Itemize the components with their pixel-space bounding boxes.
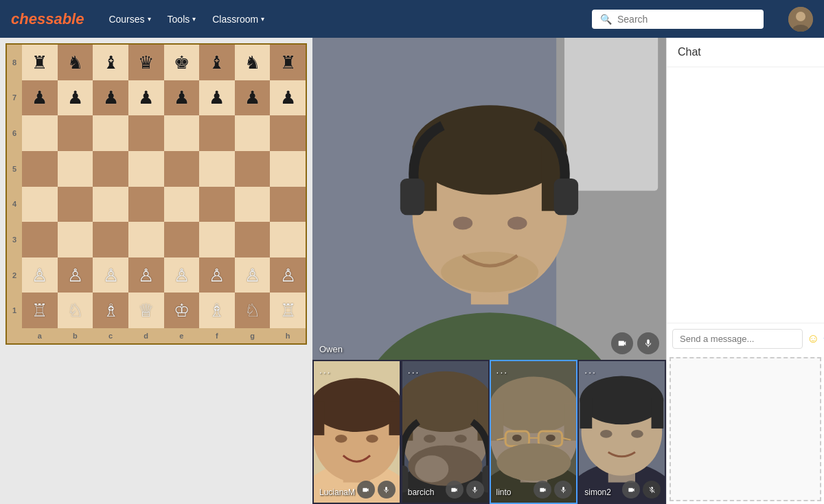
luciana-mic-btn[interactable] bbox=[378, 481, 396, 499]
chess-cell[interactable]: ♝ bbox=[199, 45, 235, 80]
chess-cell[interactable] bbox=[164, 187, 200, 222]
chess-cell[interactable] bbox=[270, 151, 306, 187]
chess-cell[interactable]: ♘ bbox=[58, 293, 93, 328]
video-main: Owen bbox=[312, 38, 666, 504]
chess-cell[interactable] bbox=[235, 115, 271, 151]
chess-cell[interactable] bbox=[58, 151, 93, 187]
chess-cell[interactable] bbox=[199, 187, 235, 222]
logo[interactable]: chessable bbox=[11, 10, 84, 28]
chess-cell[interactable] bbox=[93, 222, 128, 257]
chess-cell[interactable] bbox=[235, 222, 271, 257]
chess-cell[interactable] bbox=[199, 115, 235, 151]
chess-cell[interactable]: ♜ bbox=[270, 45, 306, 80]
chess-cell[interactable] bbox=[128, 151, 164, 187]
barcich-camera-btn[interactable] bbox=[446, 481, 464, 499]
chess-cell[interactable] bbox=[22, 222, 58, 257]
thumbnail-row: ··· LucianaM bbox=[312, 360, 666, 504]
chess-cell[interactable]: ♟ bbox=[235, 80, 271, 116]
chess-cell[interactable]: ♖ bbox=[270, 293, 306, 328]
thumb-linto[interactable]: ··· linto bbox=[490, 360, 578, 504]
chess-cell[interactable]: ♟ bbox=[128, 80, 164, 116]
thumb-barcich[interactable]: ··· barcich bbox=[401, 360, 490, 504]
chess-cell[interactable]: ♙ bbox=[128, 257, 164, 293]
chess-cell[interactable]: ♙ bbox=[93, 257, 128, 293]
chess-cell[interactable] bbox=[93, 115, 128, 151]
thumb-simon2[interactable]: ··· simon2 bbox=[577, 360, 666, 504]
chess-cell[interactable] bbox=[58, 222, 93, 257]
chess-cell[interactable]: ♟ bbox=[93, 80, 128, 116]
barcich-mic-btn[interactable] bbox=[466, 481, 484, 499]
chess-piece: ♖ bbox=[280, 301, 296, 319]
chess-cell[interactable]: ♕ bbox=[128, 293, 164, 328]
chess-cell[interactable] bbox=[22, 115, 58, 151]
chess-cell[interactable]: ♞ bbox=[58, 45, 93, 80]
chess-cell[interactable] bbox=[235, 187, 271, 222]
chess-cell[interactable]: ♜ bbox=[22, 45, 58, 80]
chess-cell[interactable]: ♙ bbox=[270, 257, 306, 293]
nav-classroom-label: Classroom bbox=[212, 14, 258, 25]
chess-cell[interactable]: ♝ bbox=[93, 45, 128, 80]
thumb-simon2-dots[interactable]: ··· bbox=[584, 367, 597, 378]
chat-input[interactable] bbox=[672, 329, 803, 349]
chess-cell[interactable] bbox=[58, 187, 93, 222]
linto-camera-btn[interactable] bbox=[534, 481, 551, 499]
emoji-button[interactable]: ☺ bbox=[807, 332, 819, 346]
chess-cell[interactable]: ♖ bbox=[22, 293, 58, 328]
chess-cell[interactable] bbox=[199, 222, 235, 257]
chess-cell[interactable]: ♘ bbox=[235, 293, 271, 328]
chess-cell[interactable]: ♛ bbox=[128, 45, 164, 80]
chess-cell[interactable]: ♙ bbox=[22, 257, 58, 293]
chat-messages[interactable] bbox=[667, 67, 824, 323]
chess-cell[interactable] bbox=[93, 151, 128, 187]
user-avatar[interactable] bbox=[788, 7, 813, 32]
thumb-luciana[interactable]: ··· LucianaM bbox=[312, 360, 401, 504]
chess-cell[interactable]: ♔ bbox=[164, 293, 200, 328]
chess-cell[interactable]: ♟ bbox=[199, 80, 235, 116]
owen-mic-button[interactable] bbox=[637, 332, 659, 354]
search-input[interactable] bbox=[617, 14, 755, 25]
chess-cell[interactable] bbox=[235, 151, 271, 187]
thumb-barcich-dots[interactable]: ··· bbox=[408, 367, 420, 378]
nav-courses[interactable]: Courses ▾ bbox=[108, 14, 150, 25]
chess-cell[interactable]: ♟ bbox=[58, 80, 93, 116]
chess-cell[interactable]: ♗ bbox=[199, 293, 235, 328]
chess-cell[interactable] bbox=[58, 115, 93, 151]
chess-cell[interactable] bbox=[22, 151, 58, 187]
owen-camera-button[interactable] bbox=[611, 332, 633, 354]
chess-cell[interactable] bbox=[270, 115, 306, 151]
file-label: h bbox=[270, 328, 306, 343]
file-label: c bbox=[93, 328, 128, 343]
nav-classroom[interactable]: Classroom ▾ bbox=[212, 14, 264, 25]
luciana-camera-btn[interactable] bbox=[357, 481, 375, 499]
chess-cell[interactable]: ♗ bbox=[93, 293, 128, 328]
chess-piece: ♗ bbox=[209, 301, 225, 319]
chess-cell[interactable] bbox=[199, 151, 235, 187]
chess-cell[interactable] bbox=[164, 151, 200, 187]
chess-cell[interactable] bbox=[270, 222, 306, 257]
thumb-linto-dots[interactable]: ··· bbox=[496, 367, 509, 378]
thumb-luciana-dots[interactable]: ··· bbox=[319, 367, 332, 378]
chess-cell[interactable] bbox=[128, 222, 164, 257]
chess-cell[interactable]: ♙ bbox=[58, 257, 93, 293]
chess-cell[interactable] bbox=[22, 187, 58, 222]
send-button[interactable]: ➤ bbox=[821, 330, 824, 348]
chess-cell[interactable] bbox=[128, 187, 164, 222]
chess-cell[interactable]: ♟ bbox=[270, 80, 306, 116]
chess-cell[interactable]: ♟ bbox=[164, 80, 200, 116]
linto-mic-btn[interactable] bbox=[554, 481, 572, 499]
chess-cell[interactable]: ♙ bbox=[199, 257, 235, 293]
svg-point-66 bbox=[600, 430, 613, 438]
chess-cell[interactable]: ♚ bbox=[164, 45, 200, 80]
chess-cell[interactable] bbox=[164, 222, 200, 257]
simon2-camera-btn[interactable] bbox=[622, 481, 640, 499]
nav-tools[interactable]: Tools ▾ bbox=[168, 14, 196, 25]
simon2-mic-muted-btn[interactable] bbox=[643, 481, 661, 499]
chess-cell[interactable] bbox=[128, 115, 164, 151]
chess-cell[interactable]: ♙ bbox=[235, 257, 271, 293]
chess-cell[interactable] bbox=[270, 187, 306, 222]
chess-cell[interactable] bbox=[164, 115, 200, 151]
chess-cell[interactable]: ♟ bbox=[22, 80, 58, 116]
chess-cell[interactable] bbox=[93, 187, 128, 222]
chess-cell[interactable]: ♙ bbox=[164, 257, 200, 293]
chess-cell[interactable]: ♞ bbox=[235, 45, 271, 80]
